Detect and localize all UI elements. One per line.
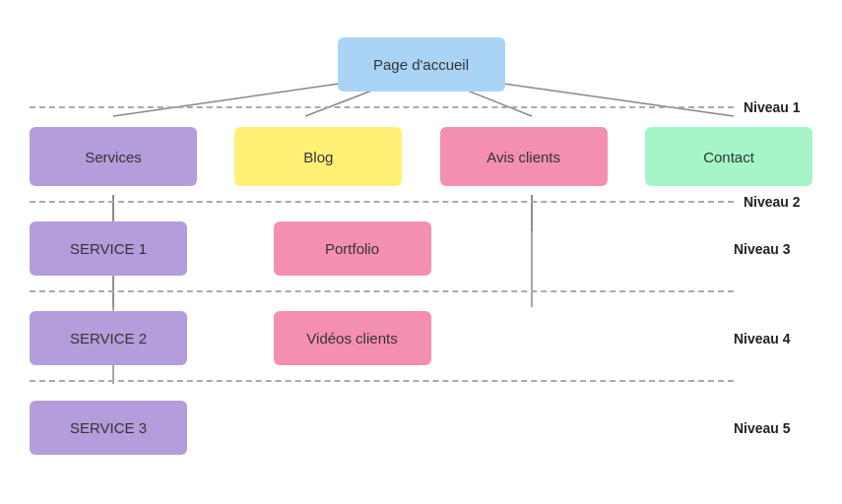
avis-label: Avis clients <box>486 149 560 165</box>
level-1-row: Page d'accueil <box>30 20 812 99</box>
level2-label: Niveau 2 <box>734 194 812 210</box>
service1-label: SERVICE 1 <box>70 240 147 257</box>
portfolio-node[interactable]: Portfolio <box>274 221 431 276</box>
dashed-line-3 <box>30 290 734 292</box>
service2-label: SERVICE 2 <box>70 330 147 346</box>
home-label: Page d'accueil <box>373 56 469 73</box>
level-2-row: Services Blog Avis clients Contact <box>30 115 812 194</box>
separator-4: Niveau 4 <box>30 373 812 389</box>
service2-node[interactable]: SERVICE 2 <box>30 311 187 365</box>
service1-node[interactable]: SERVICE 1 <box>30 221 187 276</box>
dashed-line-4 <box>30 380 734 382</box>
dashed-line-1 <box>30 106 734 108</box>
diagram: Page d'accueil Niveau 1 Services Blog Av… <box>0 0 842 504</box>
portfolio-label: Portfolio <box>325 240 379 257</box>
level1-label: Niveau 1 <box>734 99 812 115</box>
separator-1: Niveau 1 <box>30 99 812 115</box>
separator-3: Niveau 3 <box>30 284 812 299</box>
level-5-row: SERVICE 3 Niveau 5 <box>30 389 812 463</box>
level-3-row: SERVICE 1 Portfolio Niveau 3 <box>30 210 812 284</box>
contact-label: Contact <box>703 149 754 165</box>
level3-label: Niveau 3 <box>734 241 812 257</box>
services-node[interactable]: Services <box>30 127 197 186</box>
blog-node[interactable]: Blog <box>234 127 402 186</box>
dashed-line-2 <box>30 201 734 203</box>
videos-node[interactable]: Vidéos clients <box>274 311 431 365</box>
level5-label: Niveau 5 <box>734 420 812 436</box>
services-label: Services <box>85 149 142 165</box>
service3-label: SERVICE 3 <box>70 419 147 436</box>
level-4-row: SERVICE 2 Vidéos clients Niveau 4 <box>30 299 812 373</box>
contact-node[interactable]: Contact <box>645 127 812 186</box>
home-node[interactable]: Page d'accueil <box>338 37 505 92</box>
service3-node[interactable]: SERVICE 3 <box>30 401 187 455</box>
level4-label: Niveau 4 <box>734 331 812 346</box>
avis-clients-node[interactable]: Avis clients <box>440 127 608 186</box>
videos-label: Vidéos clients <box>306 330 397 346</box>
blog-label: Blog <box>303 149 333 165</box>
separator-2: Niveau 2 <box>30 194 812 210</box>
